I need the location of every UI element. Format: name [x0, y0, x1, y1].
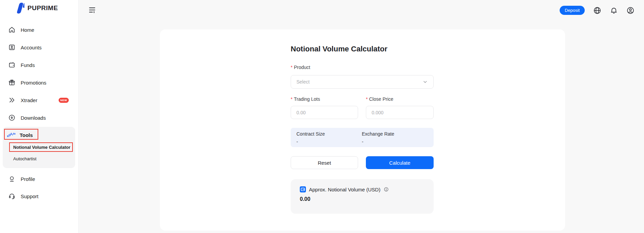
contract-info-panel: Contract Size - Exchange Rate -	[291, 128, 434, 147]
puprime-logo-icon	[14, 2, 24, 15]
sidebar-subitem-autochartist[interactable]: Autochartist	[13, 156, 37, 161]
close-price-input[interactable]	[366, 106, 434, 119]
globe-icon[interactable]	[593, 6, 601, 15]
tools-bars-icon	[7, 132, 16, 138]
user-avatar-icon[interactable]	[626, 6, 635, 15]
product-select[interactable]: Select	[291, 75, 434, 89]
trading-lots-label: *Trading Lots	[291, 96, 320, 102]
bell-icon[interactable]	[610, 6, 618, 15]
download-icon	[8, 114, 16, 121]
calculator-card: Notional Volume Calculator *Product Sele…	[160, 29, 565, 231]
sidebar-item-label: Promotions	[21, 80, 46, 86]
reset-button[interactable]: Reset	[291, 156, 358, 169]
calculate-button[interactable]: Calculate	[366, 156, 434, 169]
home-icon	[8, 26, 16, 33]
gift-icon	[8, 79, 16, 86]
sidebar-item-label: Support	[21, 193, 39, 199]
sidebar-item-support[interactable]: Support	[8, 192, 39, 200]
sidebar: PUPRIME Home Accounts Funds Promotions	[0, 0, 79, 233]
sidebar-item-label: Downloads	[21, 115, 46, 121]
sidebar-item-label: Tools	[20, 132, 33, 138]
info-icon[interactable]	[383, 187, 389, 192]
calculator-icon	[300, 186, 306, 192]
product-label: *Product	[291, 65, 310, 70]
brand-name: PUPRIME	[27, 4, 58, 12]
result-value: 0.00	[300, 196, 310, 202]
sidebar-item-home[interactable]: Home	[8, 26, 34, 34]
exchange-rate-value: -	[362, 139, 394, 144]
app-screen: PUPRIME Home Accounts Funds Promotions	[0, 0, 644, 233]
sidebar-item-tools[interactable]: Tools	[7, 131, 33, 139]
profile-icon	[8, 175, 16, 183]
contract-size-value: -	[296, 139, 325, 144]
product-select-placeholder: Select	[296, 79, 310, 85]
headset-icon	[8, 192, 16, 200]
sidebar-item-label: Accounts	[21, 45, 42, 50]
page-title: Notional Volume Calculator	[291, 45, 388, 53]
trading-lots-input[interactable]	[291, 106, 358, 119]
topbar-actions: Deposit	[560, 6, 635, 15]
sidebar-subitem-notional-volume-calculator[interactable]: Notional Volume Calculator	[13, 145, 70, 150]
sidebar-item-label: Home	[21, 27, 34, 33]
required-marker: *	[291, 65, 292, 70]
sidebar-item-label: Funds	[21, 62, 35, 68]
sidebar-item-downloads[interactable]: Downloads	[8, 114, 46, 122]
brand-logo[interactable]: PUPRIME	[14, 2, 58, 15]
sidebar-item-promotions[interactable]: Promotions	[8, 78, 46, 87]
sidebar-item-xtrader[interactable]: Xtrader	[8, 96, 37, 104]
exchange-rate-label: Exchange Rate	[362, 131, 394, 137]
sidebar-item-label: Profile	[21, 176, 35, 182]
double-chevron-icon	[8, 96, 16, 104]
result-panel: Approx. Notional Volume (USD) 0.00	[291, 179, 434, 214]
exchange-rate-block: Exchange Rate -	[362, 131, 394, 144]
contract-size-block: Contract Size -	[296, 131, 325, 144]
accounts-icon	[8, 44, 16, 51]
sidebar-item-label: Xtrader	[21, 97, 37, 103]
sidebar-item-profile[interactable]: Profile	[8, 175, 35, 183]
funds-icon	[8, 61, 16, 69]
required-marker: *	[291, 96, 292, 102]
deposit-button[interactable]: Deposit	[560, 6, 585, 15]
sidebar-collapse-icon[interactable]	[89, 7, 96, 13]
tools-section: Tools Notional Volume Calculator Autocha…	[3, 127, 75, 168]
contract-size-label: Contract Size	[296, 131, 325, 137]
close-price-label: *Close Price	[366, 96, 393, 102]
chevron-down-icon	[422, 79, 428, 85]
required-marker: *	[366, 96, 368, 102]
sidebar-item-accounts[interactable]: Accounts	[8, 43, 42, 51]
sidebar-item-funds[interactable]: Funds	[8, 61, 35, 69]
result-label: Approx. Notional Volume (USD)	[309, 187, 380, 192]
new-badge: NEW	[59, 98, 69, 103]
